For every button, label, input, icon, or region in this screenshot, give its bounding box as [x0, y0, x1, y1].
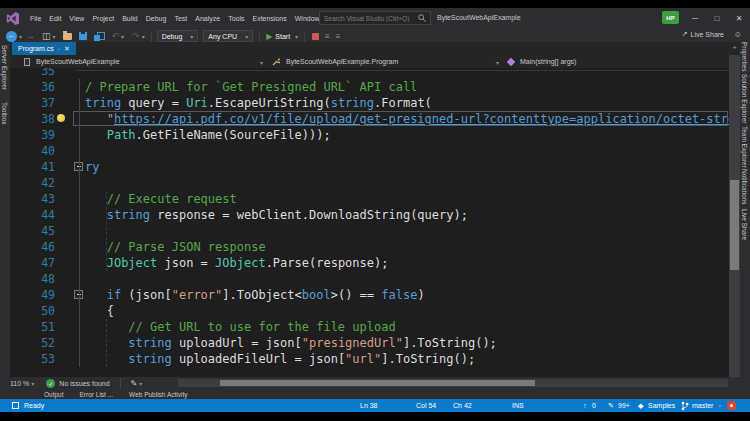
breadcrumb-project[interactable]: ByteScoutWebApiExample [36, 58, 120, 65]
line-number[interactable]: 44 [10, 207, 55, 223]
line-number[interactable]: 36 [10, 79, 55, 95]
code-line[interactable]: 51 // Get URL to use for the file upload [10, 319, 729, 335]
tab-program-cs[interactable]: Program.cs ◦ ✕ [12, 42, 76, 55]
notifications-icon[interactable] [727, 401, 736, 410]
new-window-icon[interactable]: ◫ [42, 32, 51, 41]
live-share-button[interactable]: ↗ Live Share [682, 30, 724, 38]
code-line[interactable]: 45 [10, 223, 729, 239]
line-number[interactable]: 51 [10, 319, 55, 335]
vertical-scrollbar[interactable]: + [729, 55, 740, 377]
close-button[interactable]: ✕ [728, 8, 750, 28]
code-line[interactable]: 50 { [10, 303, 729, 319]
lightbulb-icon[interactable] [57, 114, 65, 122]
minimize-button[interactable]: ─ [684, 8, 706, 28]
code-line[interactable]: 53 string uploadedFileUrl = json["url"].… [10, 351, 729, 367]
menu-file[interactable]: File [26, 15, 45, 22]
line-number[interactable]: 41 [10, 159, 55, 175]
line-number[interactable]: 46 [10, 239, 55, 255]
navigate-back-icon[interactable]: ← [6, 31, 17, 42]
side-tab-properties[interactable]: Properties [741, 42, 748, 72]
line-number[interactable]: 48 [10, 271, 55, 287]
code-line[interactable]: 39 Path.GetFileName(SourceFile))); [10, 127, 729, 143]
save-icon[interactable] [79, 32, 87, 40]
menu-test[interactable]: Test [170, 15, 191, 22]
breadcrumb-member[interactable]: Main(string[] args) [520, 58, 576, 65]
navigate-forward-icon[interactable]: → [26, 31, 35, 41]
menu-debug[interactable]: Debug [142, 15, 171, 22]
code-line[interactable]: 41ry [10, 159, 729, 175]
code-line[interactable]: 49 if (json["error"].ToObject<bool>() ==… [10, 287, 729, 303]
code-line[interactable]: 44 string response = webClient.DownloadS… [10, 207, 729, 223]
line-number[interactable]: 49 [10, 287, 55, 303]
breadcrumb-type[interactable]: ByteScoutWebApiExample.Program [286, 58, 398, 65]
menu-view[interactable]: View [65, 15, 88, 22]
code-line[interactable]: 38 "https://api.pdf.co/v1/file/upload/ge… [10, 111, 729, 127]
code-line[interactable]: 35 [10, 68, 729, 79]
line-number[interactable]: 35 [10, 68, 55, 79]
background-tasks-icon[interactable] [12, 402, 19, 409]
pencil-icon[interactable]: ✎ [131, 379, 138, 388]
search-input[interactable]: Search Visual Studio (Ctrl+Q) [319, 11, 431, 25]
vertical-scrollbar-thumb[interactable] [730, 180, 739, 270]
side-tab-server-explorer[interactable]: Server Explorer [1, 45, 8, 90]
panel-tab-output[interactable]: Output [44, 391, 64, 398]
code-line[interactable]: 46 // Parse JSON response [10, 239, 729, 255]
account-badge[interactable]: HP [662, 11, 679, 24]
code-line[interactable]: 52 string uploadUrl = json["presignedUrl… [10, 335, 729, 351]
redo-caret-icon[interactable]: ▾ [142, 33, 145, 40]
panel-tab-error-list[interactable]: Error List ... [80, 391, 114, 398]
menu-project[interactable]: Project [88, 15, 118, 22]
side-tab-solution-explorer[interactable]: Solution Explorer [741, 74, 748, 124]
status-column[interactable]: Col 54 [416, 402, 436, 409]
new-caret-icon[interactable]: ▾ [53, 33, 56, 40]
tab-close-icon[interactable]: ✕ [64, 45, 70, 53]
list-icon[interactable]: ≡ [325, 32, 330, 41]
status-line[interactable]: Ln 38 [360, 402, 378, 409]
plus-icon[interactable]: + [729, 43, 740, 52]
branch-icon[interactable] [681, 401, 689, 412]
code-line[interactable]: 48 [10, 271, 729, 287]
zoom-level-dropdown[interactable]: 110 % [10, 380, 29, 387]
list-icon[interactable]: ≡ [336, 32, 341, 41]
feedback-icon[interactable]: ☺ [734, 30, 742, 39]
line-number[interactable]: 39 [10, 127, 55, 143]
line-number[interactable]: 50 [10, 303, 55, 319]
menu-build[interactable]: Build [118, 15, 142, 22]
save-all-icon[interactable] [94, 32, 104, 41]
line-number[interactable]: 42 [10, 175, 55, 191]
start-debugging-button[interactable]: ▶ Start ▾ [266, 32, 298, 41]
repository-icon[interactable]: ◆ [638, 402, 643, 410]
side-tab-toolbox[interactable]: Toolbox [1, 102, 8, 124]
redo-icon[interactable]: ↷ [132, 31, 140, 41]
open-folder-icon[interactable] [63, 33, 72, 40]
code-editor[interactable]: 3536/ Prepare URL for `Get Presigned URL… [10, 68, 729, 377]
side-tab-team-explorer[interactable]: Team Explorer [741, 126, 748, 168]
chevron-down-icon[interactable]: ▾ [139, 380, 142, 387]
status-character[interactable]: Ch 42 [453, 402, 472, 409]
solution-configuration-dropdown[interactable]: Debug ▾ [157, 30, 199, 42]
panel-tab-web-publish-activity[interactable]: Web Publish Activity [129, 391, 187, 398]
profiler-icon[interactable] [312, 33, 319, 40]
pending-changes-icon[interactable]: ✎ [608, 402, 614, 410]
line-number[interactable]: 53 [10, 351, 55, 367]
chevron-down-icon[interactable]: ▾ [718, 402, 721, 409]
menu-edit[interactable]: Edit [45, 15, 65, 22]
code-line[interactable]: 47 JObject json = JObject.Parse(response… [10, 255, 729, 271]
status-insert-mode[interactable]: INS [512, 402, 524, 409]
maximize-button[interactable]: □ [706, 8, 728, 28]
line-number[interactable]: 52 [10, 335, 55, 351]
code-line[interactable]: 36/ Prepare URL for `Get Presigned URL` … [10, 79, 729, 95]
line-number[interactable]: 38 [10, 111, 55, 127]
line-number[interactable]: 45 [10, 223, 55, 239]
repository-name[interactable]: Samples [648, 402, 675, 409]
horizontal-scrollbar[interactable] [178, 379, 728, 387]
code-line[interactable]: 43 // Execute request [10, 191, 729, 207]
side-tab-live-share[interactable]: Live Share [741, 209, 748, 240]
line-number[interactable]: 47 [10, 255, 55, 271]
menu-tools[interactable]: Tools [224, 15, 248, 22]
menu-analyze[interactable]: Analyze [191, 15, 224, 22]
navigate-back-caret-icon[interactable]: ▾ [19, 33, 22, 40]
undo-icon[interactable]: ↶ [112, 31, 120, 41]
chevron-down-icon[interactable]: ▾ [496, 59, 499, 66]
code-line[interactable]: 42 [10, 175, 729, 191]
